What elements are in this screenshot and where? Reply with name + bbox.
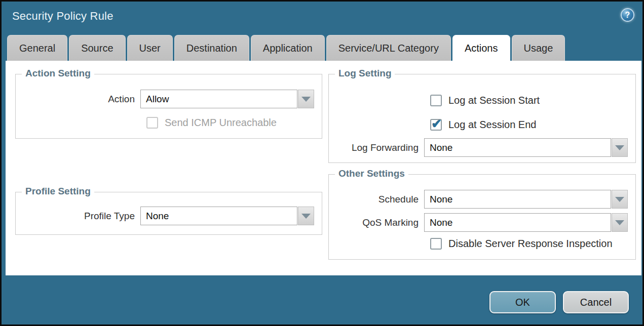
log-forwarding-select-button[interactable] <box>612 138 628 157</box>
action-setting-group: Action Setting Action Allow Send ICMP Un… <box>15 74 322 139</box>
log-forwarding-select-value: None <box>424 138 611 157</box>
qos-marking-select-value: None <box>424 213 611 232</box>
profile-type-label: Profile Type <box>16 211 140 222</box>
qos-marking-select-button[interactable] <box>612 213 628 232</box>
disable-server-response-inspection-label: Disable Server Response Inspection <box>448 238 613 250</box>
schedule-label: Schedule <box>329 194 424 205</box>
title-bar: Security Policy Rule ? <box>2 2 642 33</box>
profile-type-select-value: None <box>140 207 297 225</box>
tab-destination[interactable]: Destination <box>174 35 249 61</box>
log-forwarding-label: Log Forwarding <box>329 142 424 153</box>
log-forwarding-select[interactable]: None <box>424 138 628 157</box>
schedule-select[interactable]: None <box>424 190 628 209</box>
disable-server-response-inspection-checkbox[interactable] <box>430 238 442 250</box>
action-row: Action Allow <box>16 90 314 108</box>
action-select-button[interactable] <box>298 90 314 108</box>
profile-type-row: Profile Type None <box>16 207 314 225</box>
schedule-select-value: None <box>424 190 611 209</box>
chevron-down-icon <box>615 220 624 225</box>
send-icmp-unreachable-checkbox <box>146 117 158 129</box>
tab-bar: General Source User Destination Applicat… <box>6 35 638 61</box>
ok-button[interactable]: OK <box>489 291 556 313</box>
other-settings-legend: Other Settings <box>335 168 408 179</box>
cancel-button[interactable]: Cancel <box>563 291 629 313</box>
action-label: Action <box>16 94 140 105</box>
action-setting-legend: Action Setting <box>22 68 94 79</box>
tab-service-url-category[interactable]: Service/URL Category <box>326 35 451 61</box>
log-at-session-end-checkbox[interactable] <box>430 119 442 131</box>
schedule-row: Schedule None <box>329 190 628 209</box>
tab-usage[interactable]: Usage <box>512 35 565 61</box>
log-at-session-end-checkbox-row[interactable]: Log at Session End <box>430 119 536 131</box>
log-at-session-start-label: Log at Session Start <box>448 95 540 106</box>
qos-marking-label: QoS Marking <box>329 217 424 228</box>
disable-server-response-inspection-checkbox-row[interactable]: Disable Server Response Inspection <box>430 238 613 250</box>
profile-setting-legend: Profile Setting <box>22 186 94 197</box>
action-select[interactable]: Allow <box>140 90 314 108</box>
log-at-session-start-checkbox-row[interactable]: Log at Session Start <box>430 95 540 106</box>
tab-application[interactable]: Application <box>251 35 325 61</box>
tab-source[interactable]: Source <box>69 35 125 61</box>
chevron-down-icon <box>301 214 311 219</box>
action-select-value: Allow <box>140 90 297 108</box>
tab-content-panel: Action Setting Action Allow Send ICMP Un… <box>6 61 641 275</box>
tab-user[interactable]: User <box>127 35 173 61</box>
send-icmp-unreachable-label: Send ICMP Unreachable <box>165 117 277 129</box>
log-setting-group: Log Setting Log at Session Start Log at … <box>328 74 636 163</box>
profile-setting-group: Profile Setting Profile Type None <box>15 192 322 235</box>
help-icon[interactable]: ? <box>621 8 634 22</box>
other-settings-group: Other Settings Schedule None QoS Marking… <box>328 174 636 260</box>
log-at-session-start-checkbox[interactable] <box>430 95 442 106</box>
schedule-select-button[interactable] <box>612 190 628 209</box>
tab-general[interactable]: General <box>7 35 67 61</box>
chevron-down-icon <box>615 197 624 202</box>
dialog-title: Security Policy Rule <box>12 10 113 23</box>
send-icmp-unreachable-checkbox-row: Send ICMP Unreachable <box>146 117 277 129</box>
qos-marking-select[interactable]: None <box>424 213 628 232</box>
profile-type-select[interactable]: None <box>140 207 314 225</box>
profile-type-select-button[interactable] <box>298 207 314 225</box>
security-policy-rule-dialog: Security Policy Rule ? General Source Us… <box>0 0 644 326</box>
chevron-down-icon <box>301 97 311 102</box>
qos-marking-row: QoS Marking None <box>329 213 628 232</box>
chevron-down-icon <box>615 145 624 150</box>
log-setting-legend: Log Setting <box>335 68 395 79</box>
log-at-session-end-label: Log at Session End <box>448 119 536 131</box>
log-forwarding-row: Log Forwarding None <box>329 138 628 157</box>
tab-actions[interactable]: Actions <box>452 35 510 61</box>
